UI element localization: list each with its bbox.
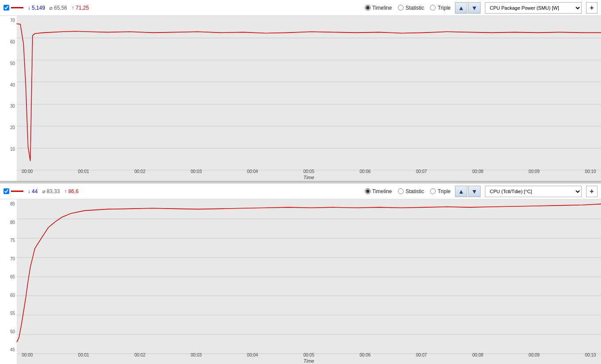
series-checkbox-1[interactable]	[4, 5, 9, 11]
x-tick-1-3: 00:03	[187, 169, 205, 174]
panel-cpu-power: ↓ 5,149 ⌀ 65,56 ↑ 71,25 Timeline Statist…	[0, 0, 601, 182]
y-axis-2: 85 80 75 70 65 60 55 50 45	[0, 199, 17, 364]
radio-statistic-label-2[interactable]: Statistic	[398, 188, 424, 195]
radio-statistic-text-1: Statistic	[405, 5, 424, 11]
x-tick-1-0: 00:00	[18, 169, 36, 174]
x-axis-container-2: 00:00 00:01 00:02 00:03 00:04 00:05 00:0…	[17, 348, 601, 364]
x-tick-2-2: 00:02	[131, 353, 149, 357]
y-axis-1: 70 60 50 40 30 20 10	[0, 16, 17, 181]
stat-min-1: ↓ 5,149	[28, 5, 45, 11]
x-ticks-2: 00:00 00:01 00:02 00:03 00:04 00:05 00:0…	[17, 353, 601, 357]
x-ticks-1: 00:00 00:01 00:02 00:03 00:04 00:05 00:0…	[17, 169, 601, 174]
x-tick-2-6: 00:06	[357, 353, 374, 357]
radio-triple-label-2[interactable]: Triple	[430, 188, 451, 195]
sensor-select-2[interactable]: CPU (Tctl/Tdie) [°C]	[485, 186, 582, 197]
radio-timeline-2[interactable]	[365, 188, 371, 194]
stat-max-1: ↑ 71,25	[72, 5, 89, 11]
x-tick-1-2: 00:02	[131, 169, 149, 174]
x-tick-1-9: 00:09	[525, 169, 543, 174]
radio-statistic-label-1[interactable]: Statistic	[398, 5, 424, 11]
radio-statistic-2[interactable]	[398, 188, 404, 194]
radio-triple-2[interactable]	[430, 188, 436, 194]
radio-statistic-1[interactable]	[398, 5, 404, 11]
x-tick-1-10: 00:10	[582, 169, 599, 174]
x-tick-1-1: 00:01	[75, 169, 92, 174]
radio-triple-label-1[interactable]: Triple	[430, 5, 451, 11]
toolbar-panel2: ↓ 44 ⌀ 83,33 ↑ 86,6 Timeline Statistic T…	[0, 184, 601, 199]
radio-timeline-text-1: Timeline	[372, 5, 392, 11]
radio-timeline-label-2[interactable]: Timeline	[365, 188, 392, 195]
radio-timeline-label-1[interactable]: Timeline	[365, 5, 392, 11]
stat-max-2: ↑ 86,6	[64, 188, 79, 195]
x-tick-2-10: 00:10	[582, 353, 599, 357]
move-down-button-2[interactable]: ▼	[468, 186, 481, 197]
x-tick-2-0: 00:00	[18, 353, 36, 357]
add-sensor-button-2[interactable]: +	[586, 186, 597, 197]
chart-area-1: 70 60 50 40 30 20 10	[0, 16, 601, 181]
x-tick-1-5: 00:05	[300, 169, 317, 174]
radio-statistic-text-2: Statistic	[405, 188, 424, 195]
x-axis-container-1: 00:00 00:01 00:02 00:03 00:04 00:05 00:0…	[17, 164, 601, 181]
view-mode-group-1: Timeline Statistic Triple	[365, 5, 451, 11]
x-tick-2-8: 00:08	[469, 353, 487, 357]
move-up-button-1[interactable]: ▲	[455, 2, 467, 14]
nav-buttons-1: ▲ ▼	[455, 2, 481, 14]
x-axis-title-2: Time	[303, 358, 314, 364]
radio-timeline-1[interactable]	[365, 5, 371, 11]
panel-cpu-temp: ↓ 44 ⌀ 83,33 ↑ 86,6 Timeline Statistic T…	[0, 184, 601, 364]
x-tick-2-4: 00:04	[244, 353, 261, 357]
radio-triple-1[interactable]	[430, 5, 436, 11]
data-line-1	[17, 24, 601, 161]
chart-area-2: 85 80 75 70 65 60 55 50 45	[0, 199, 601, 364]
chart-svg-1	[17, 16, 601, 170]
radio-triple-text-2: Triple	[437, 188, 451, 195]
nav-buttons-2: ▲ ▼	[455, 186, 481, 197]
radio-timeline-text-2: Timeline	[372, 188, 392, 195]
chart-svg-2	[17, 199, 601, 354]
x-tick-2-3: 00:03	[187, 353, 205, 357]
series-checkbox-wrap-1[interactable]	[4, 5, 23, 11]
x-tick-1-8: 00:08	[469, 169, 487, 174]
chart-inner-2: 00:00 00:01 00:02 00:03 00:04 00:05 00:0…	[17, 199, 601, 364]
add-sensor-button-1[interactable]: +	[586, 2, 597, 14]
x-tick-2-9: 00:09	[525, 353, 543, 357]
stat-avg-2: ⌀ 83,33	[42, 188, 60, 195]
x-axis-title-1: Time	[303, 175, 314, 180]
move-down-button-1[interactable]: ▼	[468, 2, 481, 14]
x-tick-2-7: 00:07	[413, 353, 430, 357]
sensor-select-1[interactable]: CPU Package Power (SMU) [W]	[485, 2, 582, 14]
sensor-dropdown-2[interactable]: CPU (Tctl/Tdie) [°C]	[485, 186, 582, 197]
stat-min-2: ↓ 44	[28, 188, 38, 195]
radio-triple-text-1: Triple	[437, 5, 451, 11]
stat-avg-1: ⌀ 65,56	[49, 5, 67, 11]
chart-inner-1: 00:00 00:01 00:02 00:03 00:04 00:05 00:0…	[17, 16, 601, 181]
series-color-line-1	[11, 7, 23, 8]
series-checkbox-2[interactable]	[4, 188, 9, 194]
toolbar-panel1: ↓ 5,149 ⌀ 65,56 ↑ 71,25 Timeline Statist…	[0, 0, 601, 16]
x-tick-1-7: 00:07	[413, 169, 430, 174]
view-mode-group-2: Timeline Statistic Triple	[365, 188, 451, 195]
x-tick-1-6: 00:06	[357, 169, 374, 174]
series-color-line-2	[11, 191, 23, 192]
x-tick-2-5: 00:05	[300, 353, 317, 357]
move-up-button-2[interactable]: ▲	[455, 186, 467, 197]
series-checkbox-wrap-2[interactable]	[4, 188, 23, 194]
x-tick-1-4: 00:04	[244, 169, 261, 174]
x-tick-2-1: 00:01	[75, 353, 92, 357]
sensor-dropdown-1[interactable]: CPU Package Power (SMU) [W]	[485, 2, 582, 14]
data-line-2	[17, 204, 601, 342]
